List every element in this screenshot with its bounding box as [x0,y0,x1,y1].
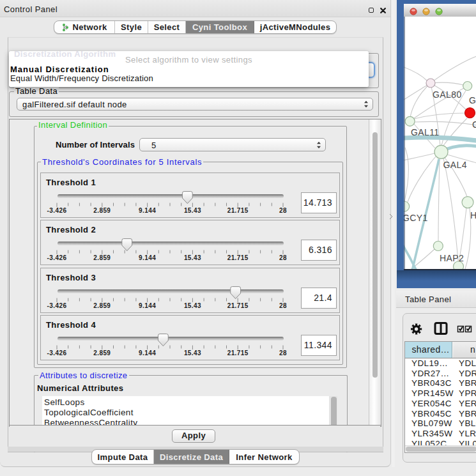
svg-text:2.859: 2.859 [93,254,111,261]
svg-text:28: 28 [279,207,287,214]
svg-text:C: C [472,119,476,130]
svg-text:15.43: 15.43 [184,302,201,309]
svg-text:H: H [470,210,476,220]
svg-text:2.859: 2.859 [93,302,111,309]
svg-text:9.144: 9.144 [139,254,156,261]
svg-text:21.715: 21.715 [227,302,249,309]
svg-text:-3.426: -3.426 [47,349,67,357]
svg-text:GAL11: GAL11 [411,127,440,137]
svg-text:-3.426: -3.426 [47,302,67,309]
svg-text:9.144: 9.144 [139,207,156,214]
svg-text:9.144: 9.144 [139,349,156,357]
svg-text:HAP2: HAP2 [440,253,464,263]
svg-text:2.859: 2.859 [93,207,111,214]
svg-text:15.43: 15.43 [184,254,201,261]
svg-text:15.43: 15.43 [184,207,201,214]
svg-text:G.: G. [469,95,476,105]
svg-text:28: 28 [279,349,287,357]
svg-text:28: 28 [279,302,287,309]
svg-text:2.859: 2.859 [93,349,111,357]
svg-text:GCY1: GCY1 [404,213,428,223]
svg-text:15.43: 15.43 [184,349,201,357]
svg-text:21.715: 21.715 [227,207,249,214]
svg-text:GAL80: GAL80 [433,89,462,100]
svg-text:9.144: 9.144 [139,302,156,309]
svg-text:21.715: 21.715 [227,349,249,357]
svg-text:-3.426: -3.426 [47,207,67,214]
svg-text:-3.426: -3.426 [47,254,67,261]
svg-text:GAL4: GAL4 [443,160,467,170]
svg-text:21.715: 21.715 [227,254,249,261]
svg-text:28: 28 [279,254,287,261]
